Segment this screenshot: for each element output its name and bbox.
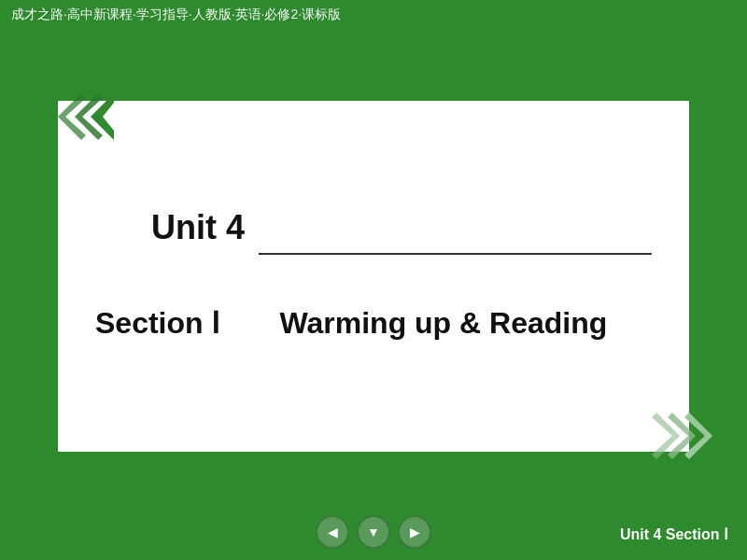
section-title: Section Ⅰ Warming up & Reading <box>95 303 607 344</box>
main-area: Unit 4 Section Ⅰ Warming up & Reading <box>0 30 747 504</box>
home-button[interactable]: ▼ <box>357 515 390 549</box>
left-chevrons-icon <box>30 84 114 149</box>
bottom-bar: ◀ ▼ ▶ Unit 4 Section Ⅰ <box>0 504 747 560</box>
left-decorations <box>30 84 114 149</box>
home-icon: ▼ <box>367 525 380 539</box>
bottom-label: Unit 4 Section Ⅰ <box>620 525 728 543</box>
unit-title: Unit 4 <box>151 208 245 247</box>
right-decorations <box>633 403 717 469</box>
next-icon: ▶ <box>410 525 420 539</box>
nav-buttons: ◀ ▼ ▶ <box>316 515 431 549</box>
header-bar: 成才之路·高中新课程·学习指导·人教版·英语·必修2·课标版 <box>0 0 747 30</box>
header-title: 成才之路·高中新课程·学习指导·人教版·英语·必修2·课标版 <box>11 7 341 23</box>
prev-button[interactable]: ◀ <box>316 515 349 549</box>
next-button[interactable]: ▶ <box>398 515 431 549</box>
right-chevrons-icon <box>633 403 717 469</box>
content-card: Unit 4 Section Ⅰ Warming up & Reading <box>56 99 691 454</box>
prev-icon: ◀ <box>328 525 338 539</box>
unit-title-container: Unit 4 <box>95 208 652 294</box>
